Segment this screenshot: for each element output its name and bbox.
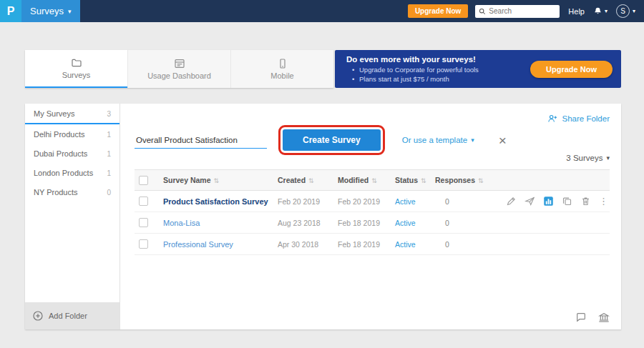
- sidebar-item-delhi-products[interactable]: Delhi Products 1: [25, 124, 119, 144]
- account-menu[interactable]: S ▾: [616, 4, 635, 18]
- responses-cell: 0: [435, 219, 499, 227]
- table-header-row: Survey Name⇅ Created⇅ Modified⇅ Status⇅ …: [135, 169, 610, 191]
- promo-bullet: Upgrade to Corporate for powerful tools: [346, 65, 479, 74]
- app-window: P Surveys ▾ Upgrade Now Help ▾ S ▾ Surve…: [0, 0, 644, 348]
- new-survey-name-input[interactable]: [135, 132, 267, 149]
- folders-sidebar: My Surveys 3 Delhi Products 1 Dubai Prod…: [25, 104, 120, 329]
- row-checkbox[interactable]: [139, 218, 148, 227]
- chevron-down-icon: ▾: [633, 8, 635, 14]
- sidebar-item-london-products[interactable]: London Products 1: [25, 163, 119, 182]
- upgrade-now-button[interactable]: Upgrade Now: [408, 4, 468, 18]
- row-actions: ⋮: [499, 196, 610, 207]
- topbar: P Surveys ▾ Upgrade Now Help ▾ S ▾: [0, 0, 644, 22]
- banner-upgrade-button[interactable]: Upgrade Now: [530, 61, 613, 78]
- plus-circle-icon: [32, 310, 44, 322]
- folder-count: 3: [107, 110, 111, 118]
- header-survey-name[interactable]: Survey Name⇅: [163, 176, 278, 184]
- folder-label: London Products: [34, 169, 93, 177]
- chevron-down-icon: ▾: [471, 136, 474, 144]
- folder-count: 0: [107, 189, 111, 197]
- create-survey-button[interactable]: Create Survey: [283, 129, 381, 151]
- create-survey-button-wrap: Create Survey: [283, 129, 381, 151]
- status-badge: Active: [395, 219, 435, 227]
- row-checkbox[interactable]: [139, 239, 148, 249]
- avatar: S: [616, 4, 630, 18]
- surveys-count-dropdown[interactable]: 3 Surveys ▾: [566, 154, 610, 162]
- view-tabs: Surveys Usage Dashboard Mobile: [25, 50, 333, 88]
- select-all-checkbox[interactable]: [139, 176, 148, 185]
- surveys-count-label: 3 Surveys: [566, 154, 602, 162]
- created-cell: Feb 20 2019: [278, 197, 338, 206]
- search-input[interactable]: [489, 7, 553, 15]
- mobile-icon: [277, 58, 288, 69]
- chevron-down-icon: ▾: [68, 8, 72, 15]
- copy-icon[interactable]: [562, 196, 572, 207]
- sort-icon[interactable]: ⇅: [421, 177, 426, 184]
- header-created[interactable]: Created⇅: [278, 176, 338, 184]
- tab-mobile[interactable]: Mobile: [230, 50, 333, 88]
- share-folder-button[interactable]: Share Folder: [547, 114, 610, 123]
- send-icon[interactable]: [525, 196, 535, 207]
- folder-label: My Surveys: [34, 109, 74, 118]
- sidebar-item-my-surveys[interactable]: My Surveys 3: [25, 104, 119, 124]
- survey-name-link[interactable]: Product Satisfaction Survey: [163, 197, 268, 206]
- sort-icon[interactable]: ⇅: [214, 177, 220, 184]
- bell-icon: [593, 6, 602, 16]
- kebab-menu-icon[interactable]: ⋮: [599, 197, 608, 206]
- archive-bank-icon[interactable]: [598, 312, 610, 323]
- promo-title: Do even more with your surveys!: [346, 55, 479, 64]
- panel-footer-icons: [575, 312, 610, 323]
- add-folder-button[interactable]: Add Folder: [25, 302, 119, 329]
- responses-cell: 0: [435, 197, 499, 206]
- row-checkbox[interactable]: [139, 197, 148, 206]
- use-template-link[interactable]: Or use a template ▾: [402, 136, 474, 144]
- header-responses[interactable]: Responses⇅: [435, 176, 499, 184]
- main-card: My Surveys 3 Delhi Products 1 Dubai Prod…: [25, 104, 621, 329]
- edit-pencil-icon[interactable]: [506, 196, 517, 207]
- share-folder-label: Share Folder: [562, 114, 610, 123]
- folder-count: 1: [107, 169, 111, 177]
- create-survey-row: Create Survey Or use a template ▾ ×: [135, 129, 507, 151]
- sort-icon[interactable]: ⇅: [478, 177, 484, 184]
- trash-icon[interactable]: [580, 196, 591, 207]
- table-row: Professional Survey Apr 30 2018 Feb 18 2…: [135, 234, 610, 255]
- close-icon[interactable]: ×: [499, 134, 507, 147]
- tab-surveys[interactable]: Surveys: [25, 50, 127, 88]
- status-badge: Active: [395, 197, 435, 206]
- feedback-bubble-icon[interactable]: [575, 312, 587, 323]
- table-row: Product Satisfaction Survey Feb 20 2019 …: [135, 191, 610, 212]
- created-cell: Aug 23 2018: [278, 219, 338, 227]
- search-box[interactable]: [475, 5, 560, 18]
- header-modified[interactable]: Modified⇅: [338, 176, 395, 184]
- survey-name-link[interactable]: Mona-Lisa: [163, 219, 200, 227]
- dashboard-icon: [174, 58, 185, 69]
- tab-label: Usage Dashboard: [147, 71, 211, 80]
- analytics-chart-icon[interactable]: [543, 196, 554, 207]
- product-menu-surveys[interactable]: Surveys ▾: [21, 0, 80, 22]
- sidebar-item-ny-products[interactable]: NY Products 0: [25, 182, 119, 202]
- search-icon: [479, 8, 486, 15]
- add-folder-label: Add Folder: [49, 312, 87, 320]
- share-folder-icon: [547, 114, 558, 123]
- folder-count: 1: [107, 150, 111, 158]
- folder-label: Dubai Products: [34, 149, 87, 158]
- sidebar-item-dubai-products[interactable]: Dubai Products 1: [25, 144, 119, 163]
- sort-icon[interactable]: ⇅: [371, 177, 377, 184]
- promo-bullet: Plans start at just $75 / month: [346, 74, 479, 84]
- header-status[interactable]: Status⇅: [395, 176, 435, 184]
- chevron-down-icon: ▾: [606, 154, 610, 161]
- promo-banner: Do even more with your surveys! Upgrade …: [335, 50, 621, 88]
- tab-label: Surveys: [62, 71, 91, 79]
- help-link[interactable]: Help: [568, 7, 585, 16]
- notifications-menu[interactable]: ▾: [593, 6, 608, 16]
- tab-usage-dashboard[interactable]: Usage Dashboard: [127, 50, 230, 88]
- sort-icon[interactable]: ⇅: [308, 177, 314, 184]
- modified-cell: Feb 18 2019: [338, 219, 395, 227]
- created-cell: Apr 30 2018: [278, 240, 338, 249]
- folder-label: NY Products: [34, 188, 78, 197]
- survey-name-link[interactable]: Professional Survey: [163, 240, 233, 249]
- app-logo[interactable]: P: [0, 0, 21, 22]
- chevron-down-icon: ▾: [605, 8, 608, 14]
- product-menu-label: Surveys: [30, 6, 64, 16]
- folder-label: Delhi Products: [34, 130, 85, 139]
